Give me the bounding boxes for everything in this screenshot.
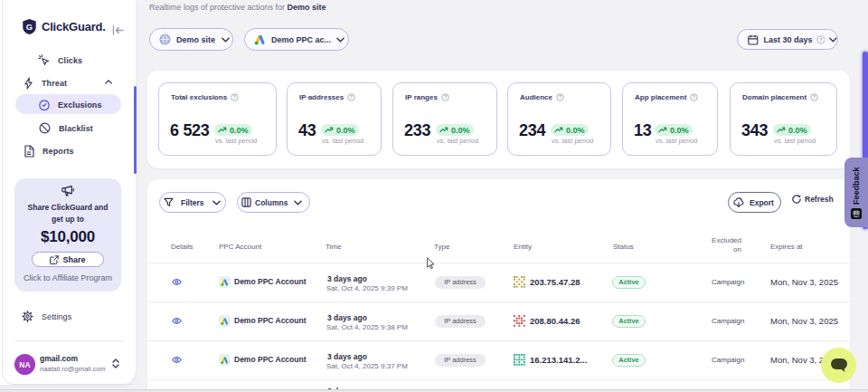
svg-text:?: ? — [693, 94, 696, 100]
svg-text:?: ? — [819, 36, 823, 42]
svg-text:G: G — [26, 23, 33, 32]
svg-text:?: ? — [233, 94, 237, 100]
svg-text:?: ? — [350, 94, 354, 100]
svg-text:?: ? — [559, 94, 562, 100]
svg-text:?: ? — [813, 94, 816, 100]
svg-text:?: ? — [444, 94, 448, 100]
